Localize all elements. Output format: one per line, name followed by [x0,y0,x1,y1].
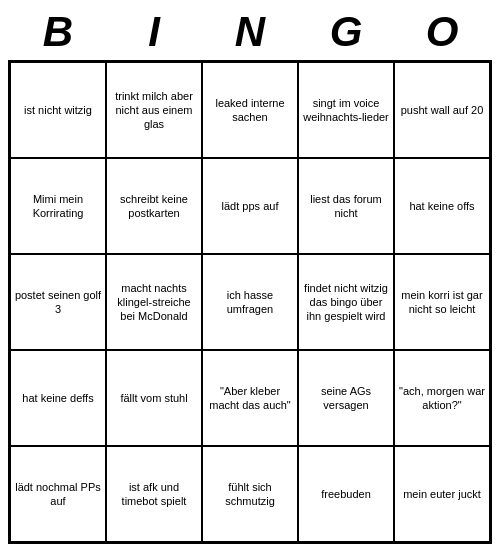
bingo-cell-10[interactable]: postet seinen golf 3 [10,254,106,350]
bingo-cell-19[interactable]: "ach, morgen war aktion?" [394,350,490,446]
bingo-cell-17[interactable]: "Aber kleber macht das auch" [202,350,298,446]
bingo-grid: ist nicht witzigtrinkt milch aber nicht … [8,60,492,544]
bingo-cell-22[interactable]: fühlt sich schmutzig [202,446,298,542]
bingo-cell-12[interactable]: ich hasse umfragen [202,254,298,350]
bingo-cell-24[interactable]: mein euter juckt [394,446,490,542]
bingo-cell-20[interactable]: lädt nochmal PPs auf [10,446,106,542]
bingo-letter-i: I [114,8,194,56]
bingo-cell-14[interactable]: mein korri ist gar nicht so leicht [394,254,490,350]
bingo-cell-18[interactable]: seine AGs versagen [298,350,394,446]
bingo-cell-3[interactable]: singt im voice weihnachts-lieder [298,62,394,158]
bingo-cell-16[interactable]: fällt vom stuhl [106,350,202,446]
bingo-cell-8[interactable]: liest das forum nicht [298,158,394,254]
bingo-letter-b: B [18,8,98,56]
bingo-cell-4[interactable]: pusht wall auf 20 [394,62,490,158]
bingo-cell-11[interactable]: macht nachts klingel-streiche bei McDona… [106,254,202,350]
bingo-cell-7[interactable]: lädt pps auf [202,158,298,254]
bingo-cell-0[interactable]: ist nicht witzig [10,62,106,158]
bingo-header: BINGO [10,0,490,60]
bingo-cell-23[interactable]: freebuden [298,446,394,542]
bingo-cell-15[interactable]: hat keine deffs [10,350,106,446]
bingo-letter-n: N [210,8,290,56]
bingo-cell-9[interactable]: hat keine offs [394,158,490,254]
bingo-letter-o: O [402,8,482,56]
bingo-cell-1[interactable]: trinkt milch aber nicht aus einem glas [106,62,202,158]
bingo-cell-6[interactable]: schreibt keine postkarten [106,158,202,254]
bingo-cell-13[interactable]: findet nicht witzig das bingo über ihn g… [298,254,394,350]
bingo-cell-2[interactable]: leaked interne sachen [202,62,298,158]
bingo-letter-g: G [306,8,386,56]
bingo-cell-21[interactable]: ist afk und timebot spielt [106,446,202,542]
bingo-cell-5[interactable]: Mimi mein Korrirating [10,158,106,254]
